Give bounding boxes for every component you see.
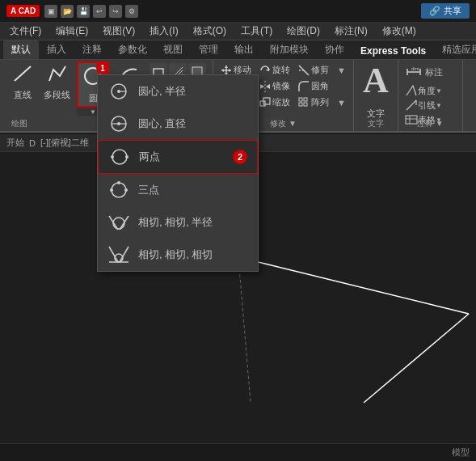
tab-default[interactable]: 默认 bbox=[3, 40, 39, 59]
ribbon-tabs: 默认 插入 注释 参数化 视图 管理 输出 附加模块 协作 Express To… bbox=[0, 40, 476, 60]
circle-two-point-item[interactable]: 两点 2 bbox=[98, 140, 258, 174]
svg-line-24 bbox=[406, 100, 416, 110]
circle-label: 圆 bbox=[89, 92, 98, 104]
circle-ttr-icon bbox=[107, 211, 130, 234]
circle-ttt-item[interactable]: 相切, 相切, 相切 bbox=[98, 239, 258, 271]
menu-file[interactable]: 文件(F) bbox=[3, 23, 48, 40]
svg-point-44 bbox=[113, 218, 124, 229]
dim-tool-btn[interactable]: dim 标注 bbox=[405, 63, 456, 81]
text-group: A 文字 文字 bbox=[354, 60, 398, 131]
annotation-group: dim 标注 角度 ▼ 引线 ▼ 表格 ▼ 注释 ▼ bbox=[398, 60, 463, 131]
dim-label: 标注 bbox=[425, 66, 443, 78]
extra-icon[interactable]: ⚙ bbox=[125, 5, 138, 18]
menu-format[interactable]: 格式(O) bbox=[187, 23, 233, 40]
circle-two-point-icon bbox=[108, 146, 131, 168]
circle-badge: 1 bbox=[96, 61, 109, 74]
rotate-btn[interactable]: 旋转 bbox=[257, 63, 293, 77]
circle-three-point-item[interactable]: 三点 bbox=[98, 174, 258, 206]
circle-two-point-label: 两点 bbox=[139, 150, 160, 164]
array-btn[interactable]: 阵列 bbox=[296, 95, 331, 109]
svg-rect-19 bbox=[304, 103, 307, 106]
svg-point-40 bbox=[124, 188, 128, 192]
breadcrumb-view: [-][俯视]二维 bbox=[40, 137, 89, 149]
circle-center-diameter-item[interactable]: 圆心, 直径 bbox=[98, 108, 258, 140]
circle-ttr-label: 相切, 相切, 半径 bbox=[138, 215, 213, 230]
trim-btn[interactable]: 修剪 bbox=[296, 63, 331, 77]
menu-tools[interactable]: 工具(T) bbox=[234, 23, 279, 40]
circle-flyout-menu: 圆心, 半径 圆心, 直径 两点 2 bbox=[97, 74, 259, 272]
svg-point-37 bbox=[125, 155, 128, 159]
redo-icon[interactable]: ↪ bbox=[109, 5, 122, 18]
angle-label: 角度 bbox=[418, 85, 436, 97]
tab-manage[interactable]: 管理 bbox=[191, 40, 226, 59]
menu-view[interactable]: 视图(V) bbox=[96, 23, 141, 40]
svg-rect-14 bbox=[260, 101, 265, 106]
title-bar: A CAD ▣ 📂 💾 ↩ ↪ ⚙ 🔗 共享 bbox=[0, 0, 476, 23]
line-icon bbox=[12, 63, 33, 87]
circle-center-diameter-icon bbox=[107, 112, 130, 135]
polyline-icon bbox=[47, 63, 68, 87]
annotation-group-label: 注释 ▼ bbox=[398, 118, 462, 129]
tab-express-tools[interactable]: Express Tools bbox=[352, 43, 434, 59]
line-label: 直线 bbox=[14, 89, 32, 101]
circle-center-radius-icon bbox=[107, 80, 130, 103]
svg-rect-18 bbox=[299, 103, 302, 106]
svg-text:dim: dim bbox=[411, 66, 419, 71]
two-point-badge: 2 bbox=[233, 150, 247, 164]
new-file-icon[interactable]: ▣ bbox=[44, 5, 57, 18]
svg-line-50 bbox=[364, 314, 469, 403]
polyline-tool[interactable]: 多段线 bbox=[39, 60, 75, 131]
breadcrumb-start[interactable]: 开始 bbox=[6, 137, 24, 149]
circle-three-point-icon bbox=[107, 179, 130, 201]
status-model: 模型 bbox=[452, 446, 470, 459]
share-button[interactable]: 🔗 共享 bbox=[421, 3, 470, 19]
tab-view[interactable]: 视图 bbox=[155, 40, 191, 59]
circle-dropdown-arrow: ▼ bbox=[90, 108, 96, 116]
tab-addon[interactable]: 附加模块 bbox=[262, 40, 317, 59]
menu-insert[interactable]: 插入(I) bbox=[143, 23, 184, 40]
mirror-btn[interactable]: 镜像 bbox=[257, 79, 293, 93]
svg-line-51 bbox=[238, 257, 251, 403]
open-file-icon[interactable]: 📂 bbox=[61, 5, 74, 18]
circle-center-diameter-label: 圆心, 直径 bbox=[138, 116, 186, 131]
status-bar: 模型 bbox=[0, 443, 476, 461]
undo-icon[interactable]: ↩ bbox=[93, 5, 106, 18]
menu-modify[interactable]: 修改(M) bbox=[376, 23, 423, 40]
angle-btn[interactable]: 角度 ▼ bbox=[405, 84, 456, 97]
menu-edit[interactable]: 编辑(E) bbox=[49, 23, 95, 40]
leader-btn[interactable]: 引线 ▼ bbox=[405, 99, 456, 112]
svg-rect-16 bbox=[299, 98, 302, 101]
save-icon[interactable]: 💾 bbox=[77, 5, 90, 18]
circle-ttt-label: 相切, 相切, 相切 bbox=[138, 247, 213, 262]
circle-center-radius-item[interactable]: 圆心, 半径 bbox=[98, 75, 258, 108]
polyline-label: 多段线 bbox=[44, 89, 70, 101]
tab-collab[interactable]: 协作 bbox=[317, 40, 352, 59]
tab-annotation[interactable]: 注释 bbox=[74, 40, 110, 59]
more-btn-2[interactable]: ▼ bbox=[335, 95, 348, 109]
tab-insert[interactable]: 插入 bbox=[39, 40, 74, 59]
svg-point-36 bbox=[111, 155, 114, 159]
scale-btn[interactable]: 缩放 bbox=[257, 95, 293, 109]
title-bar-icons: ▣ 📂 💾 ↩ ↪ ⚙ bbox=[44, 5, 138, 18]
tab-parametric[interactable]: 参数化 bbox=[110, 40, 155, 59]
fillet-btn[interactable]: 圆角 bbox=[296, 79, 331, 93]
app-logo: A CAD bbox=[6, 5, 40, 17]
svg-point-35 bbox=[112, 150, 127, 164]
circle-ttt-icon bbox=[107, 243, 130, 266]
tab-featured[interactable]: 精选应用 bbox=[434, 40, 476, 59]
tab-output[interactable]: 输出 bbox=[226, 40, 262, 59]
leader-label: 引线 bbox=[418, 99, 436, 112]
menu-bar: 文件(F) 编辑(E) 视图(V) 插入(I) 格式(O) 工具(T) 绘图(D… bbox=[0, 23, 476, 40]
svg-line-49 bbox=[238, 257, 469, 314]
menu-draw[interactable]: 绘图(D) bbox=[280, 23, 326, 40]
menu-dimension[interactable]: 标注(N) bbox=[328, 23, 374, 40]
text-tool-btn[interactable]: A bbox=[363, 63, 389, 99]
draw-group-label: 绘图 bbox=[11, 118, 27, 129]
more-btn-1[interactable]: ▼ bbox=[335, 63, 348, 77]
circle-center-radius-label: 圆心, 半径 bbox=[138, 84, 186, 99]
svg-line-0 bbox=[15, 66, 31, 81]
svg-point-39 bbox=[110, 188, 113, 192]
text-group-label: 文字 bbox=[354, 118, 398, 129]
breadcrumb-sep: D bbox=[29, 138, 36, 148]
circle-ttr-item[interactable]: 相切, 相切, 半径 bbox=[98, 206, 258, 239]
